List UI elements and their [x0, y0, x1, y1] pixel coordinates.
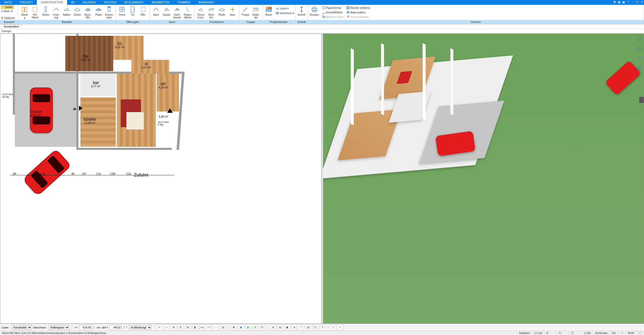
align-center-icon[interactable]: ▤ — [185, 325, 191, 330]
panel-handle[interactable] — [639, 97, 644, 103]
l-input[interactable] — [79, 325, 92, 330]
fill-icon[interactable]: ▨ — [306, 325, 311, 330]
menu-item-trimmen[interactable]: TRIMMEN — [173, 0, 194, 5]
fund-platte-button[interactable]: Platte — [217, 5, 227, 20]
layer-select[interactable]: Konstruktio — [12, 325, 32, 330]
numeric-icon[interactable]: 1,2 — [206, 325, 212, 330]
chair-icon[interactable] — [637, 45, 643, 51]
svg-rect-16 — [266, 9, 272, 12]
mark-button[interactable]: ◆Mark.▾ — [1, 9, 13, 13]
wall-icon[interactable]: ▥ — [277, 325, 283, 330]
dachfenster-button[interactable]: Dach- fenster — [172, 5, 183, 20]
svg-rect-23 — [323, 16, 324, 17]
wand-button[interactable]: Wand▾ — [19, 5, 30, 20]
box-icon[interactable]: ▦ — [621, 0, 626, 5]
svg-rect-28 — [639, 69, 640, 70]
dach-button[interactable]: Dach — [151, 5, 161, 20]
align-menu-icon[interactable]: ☰ — [178, 325, 184, 330]
abc-icon[interactable]: Abc — [199, 325, 205, 330]
copy-icon[interactable]: ▣ — [617, 0, 621, 5]
align-grid-icon[interactable]: ▦ — [192, 325, 198, 330]
menu-item-konstruktion[interactable]: KONSTRUKTION — [37, 0, 67, 5]
measure-icon[interactable]: ↔ — [213, 325, 219, 330]
platte-button[interactable]: Platte — [93, 5, 104, 20]
auto-button[interactable]: Auto — [227, 5, 238, 20]
greenbox-icon[interactable]: ▦ — [245, 325, 251, 330]
subtab-konstruktion[interactable]: Konstruktion — [0, 24, 644, 29]
stuetze-button[interactable]: Stütze — [40, 5, 51, 20]
group-caption: Bauteile — [18, 20, 115, 24]
bluesquare-icon[interactable]: ▣ — [238, 325, 244, 330]
redsquare-icon[interactable]: ◩ — [231, 325, 237, 330]
geschoss-dropdown[interactable]: Geschoss▾ — [276, 11, 294, 15]
tools-icon[interactable]: 🛠 — [612, 0, 617, 5]
svg-rect-24 — [324, 16, 325, 18]
menu-item-gelaende[interactable]: GELÄNDE — [79, 0, 100, 5]
menu-item-2delemente[interactable]: 2D-ELEMENTE — [120, 0, 148, 5]
einzelfund-button[interactable]: Einzel Fund. — [195, 5, 206, 20]
schornstein-button[interactable]: Schorn- stein — [104, 5, 114, 20]
3d-view[interactable] — [321, 34, 644, 324]
align-left-icon[interactable]: ≡ — [157, 325, 162, 330]
room-icon[interactable]: ▣ — [284, 325, 290, 330]
maximize-icon[interactable]: ☐ — [635, 0, 639, 5]
fenster-button[interactable]: Fenst — [117, 5, 127, 20]
schnitt-button[interactable]: Schnitt — [296, 5, 307, 20]
ribbon-group-treppe: Treppe Gelän- der Treppe — [239, 5, 262, 24]
dots-icon[interactable]: ⠿ — [320, 325, 325, 330]
menu-item-bearbeiten[interactable]: BEARBEITEN — [148, 0, 173, 5]
virt-wand-button[interactable]: Virt. Wand — [30, 5, 40, 20]
plus-grid-icon[interactable]: ⊕ — [291, 325, 297, 330]
circle-r-icon[interactable]: Ⓡ — [252, 325, 258, 330]
close-icon[interactable]: ✕ — [639, 0, 644, 5]
deckoeffn-button[interactable]: Deck.- öffn. — [83, 5, 93, 20]
menu-item-sichten[interactable]: SICHTEN — [100, 0, 120, 5]
oeffn-button[interactable]: Öffn. — [138, 5, 149, 20]
menu-item-projekt[interactable]: PROJEKT — [16, 0, 37, 5]
papierformat-button[interactable]: Papierformat — [322, 6, 344, 10]
pos-reset-button[interactable]: 📍Pos zurücksetz. — [346, 15, 370, 19]
expand-icon[interactable]: ⤢ — [331, 325, 336, 330]
regenfallrohr-button[interactable]: Regen- fallrohr — [183, 5, 193, 20]
dl-select[interactable]: dl (Richtung/Di — [129, 325, 152, 330]
menu-item-datei[interactable]: DATEI — [0, 0, 16, 5]
treppe-button[interactable]: Treppe — [240, 5, 251, 20]
layers2-icon[interactable]: ☲ — [313, 325, 318, 330]
help-icon[interactable]: ? — [626, 0, 630, 5]
floorplan-view[interactable]: Garage40,66 m² Flur9,81 m² Trh.6,42 m² A… — [0, 34, 321, 324]
menu-item-bemassen[interactable]: BEMASSEN — [194, 0, 218, 5]
raender-button[interactable]: Ränder einblend. — [346, 6, 370, 10]
raum-button[interactable]: Raum — [264, 5, 274, 20]
group-caption: Fundament — [194, 20, 239, 24]
grid-a-icon[interactable]: ⊞ — [270, 325, 276, 330]
mehrere-seiten-button[interactable]: Mehrere Seiten — [322, 15, 344, 19]
status-num: NUM — [626, 331, 636, 335]
circle-n-icon[interactable]: Ⓝ — [259, 325, 265, 330]
streifen-button[interactable]: Strei- fen — [206, 5, 217, 20]
align-h-icon[interactable]: ▭ — [164, 325, 169, 330]
drucken-button[interactable]: Drucken — [309, 5, 320, 20]
tuer-button[interactable]: Tür — [127, 5, 138, 20]
geschoss-select[interactable]: Kellergesch — [49, 325, 69, 330]
gelaender-button[interactable]: Gelän- der — [251, 5, 261, 20]
blatt-pos-button[interactable]: Blatt position. — [346, 10, 370, 14]
einheit-button[interactable]: Einheit/Maßst. — [322, 10, 344, 14]
tree-icon[interactable] — [637, 65, 643, 71]
text-icon[interactable]: T — [299, 325, 304, 330]
phi-unit: ° — [126, 326, 127, 329]
layers-icon[interactable] — [637, 36, 643, 42]
hatch-icon[interactable]: ▧ — [220, 325, 226, 330]
balken-button[interactable]: Balken — [62, 5, 72, 20]
decke-button[interactable]: Decke — [72, 5, 83, 20]
optionen-button[interactable]: ✚Optionen — [1, 16, 15, 20]
align-lines-icon[interactable]: ≣ — [171, 325, 177, 330]
gaube-button[interactable]: Gaube — [161, 5, 172, 20]
select-button[interactable]: ↖Selekt — [1, 5, 14, 9]
phi-input[interactable] — [109, 325, 122, 330]
move-icon[interactable] — [637, 55, 643, 61]
unterzug-button[interactable]: Unter- zug — [51, 5, 62, 20]
layer-dropdown[interactable]: Layer▾ — [276, 6, 294, 10]
pointer-icon[interactable]: ↖ — [338, 325, 343, 330]
menu-item-3d[interactable]: 3D — [67, 0, 79, 5]
minimize-icon[interactable]: – — [630, 0, 635, 5]
